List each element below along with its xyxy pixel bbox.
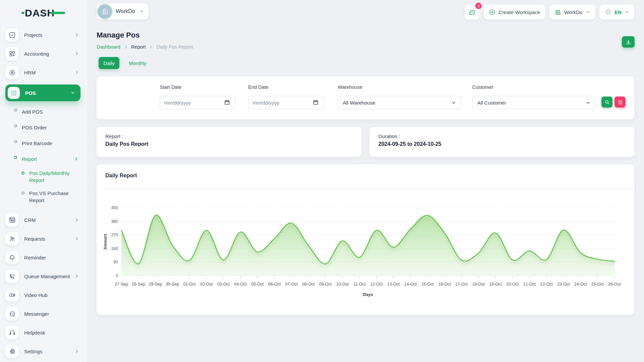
x-axis-tick-label: 14-Oct bbox=[404, 282, 417, 287]
x-axis-tick-label: 30-Sep bbox=[166, 282, 179, 287]
svg-text:DASH: DASH bbox=[25, 7, 55, 18]
y-axis-tick-label: 180 bbox=[111, 246, 118, 251]
chevron-right-icon bbox=[74, 51, 79, 56]
chevron-right-icon bbox=[74, 70, 79, 75]
sidebar-item-label: HRM bbox=[24, 70, 74, 75]
chevron-down-icon bbox=[139, 9, 144, 14]
sidebar-item-video-hub[interactable]: Video Hub bbox=[5, 288, 87, 302]
download-report-button[interactable] bbox=[622, 36, 635, 48]
breadcrumb-report[interactable]: Report bbox=[131, 44, 146, 50]
x-axis-tick-label: 02-Oct bbox=[200, 282, 213, 287]
grid-plus-icon bbox=[555, 9, 561, 15]
chart-area-fill bbox=[121, 215, 614, 276]
crm-icon bbox=[5, 213, 19, 227]
x-axis-tick-label: 24-Oct bbox=[574, 282, 587, 287]
x-axis-tick-label: 01-Oct bbox=[183, 282, 196, 287]
sidebar-item-crm[interactable]: CRM bbox=[5, 213, 87, 227]
pos-icon bbox=[8, 87, 20, 99]
duration-summary-label: Duration : bbox=[378, 133, 626, 139]
bullet-icon bbox=[14, 140, 17, 143]
x-axis-tick-label: 17-Oct bbox=[455, 282, 468, 287]
queue-icon bbox=[5, 269, 19, 283]
sidebar-subitem-label: POS Order bbox=[22, 124, 78, 131]
chat-icon bbox=[469, 9, 476, 16]
sidebar-subitem-pos-daily-monthly-report[interactable]: Pos Daily/Monthly Report bbox=[21, 170, 78, 184]
sidebar-item-messenger[interactable]: Messenger bbox=[5, 307, 87, 320]
warehouse-select-value: All Warehouse bbox=[343, 100, 375, 106]
y-axis-tick-label: 270 bbox=[111, 233, 118, 237]
bullet-icon bbox=[21, 192, 24, 195]
x-axis-tick-label: 27-Sep bbox=[115, 282, 128, 287]
chevron-down-icon bbox=[70, 90, 75, 95]
notification-badge: 0 bbox=[475, 3, 482, 9]
dash-logo[interactable]: DASH bbox=[21, 6, 65, 19]
search-icon bbox=[604, 100, 610, 105]
projects-icon bbox=[5, 28, 19, 42]
x-axis-title: Days bbox=[363, 292, 373, 297]
x-axis-tick-label: 22-Oct bbox=[540, 282, 553, 287]
x-axis-tick-label: 05-Oct bbox=[251, 282, 264, 287]
y-axis-tick-label: 90 bbox=[113, 260, 118, 264]
tab-daily[interactable]: Daily bbox=[99, 57, 119, 69]
warehouse-label: Warehouse bbox=[338, 84, 363, 90]
sidebar-item-reminder[interactable]: Reminder bbox=[5, 251, 87, 264]
warehouse-select[interactable]: All Warehouse bbox=[338, 96, 461, 109]
chevron-down-icon bbox=[586, 101, 590, 105]
y-axis-tick-label: 0 bbox=[116, 274, 118, 278]
create-workspace-label: Create Workspace bbox=[498, 9, 540, 15]
create-workspace-button[interactable]: Create Workspace bbox=[484, 5, 545, 19]
y-axis-tick-label: 360 bbox=[111, 219, 118, 224]
reset-filter-button[interactable] bbox=[614, 97, 626, 108]
download-icon bbox=[626, 39, 631, 45]
x-axis-tick-label: 18-Oct bbox=[472, 282, 485, 287]
sidebar-item-queue-management[interactable]: Queue Management bbox=[5, 269, 87, 283]
sidebar-subitem-report[interactable]: Report bbox=[14, 154, 78, 164]
y-axis-title: Amount bbox=[103, 234, 108, 250]
sidebar-item-label: Settings bbox=[24, 349, 74, 354]
language-selector[interactable]: EN bbox=[599, 5, 635, 19]
sidebar-item-accounting[interactable]: Accounting bbox=[5, 47, 87, 60]
sidebar-subitem-pos-vs-purchase-report[interactable]: Pos VS Purchase Report bbox=[21, 190, 78, 204]
sidebar-nav: ProjectsAccountingHRMPOSAdd POSPOS Order… bbox=[0, 28, 87, 362]
x-axis-tick-label: 16-Oct bbox=[438, 282, 451, 287]
breadcrumb-dashboard[interactable]: Dashboard bbox=[97, 44, 120, 50]
topbar-actions: 0 Create Workspace WorkDo EN bbox=[464, 5, 635, 19]
customer-select[interactable]: All Customer bbox=[472, 96, 595, 109]
calendar-icon[interactable] bbox=[224, 99, 230, 107]
x-axis-tick-label: 28-Sep bbox=[132, 282, 145, 287]
calendar-icon[interactable] bbox=[313, 99, 319, 107]
x-axis-tick-label: 09-Oct bbox=[319, 282, 332, 287]
sidebar-subitem-add-pos[interactable]: Add POS bbox=[14, 107, 78, 117]
account-label: WorkDo bbox=[564, 9, 582, 15]
bullet-icon bbox=[14, 156, 17, 159]
sidebar-item-helpdesk[interactable]: Helpdesk bbox=[5, 326, 87, 339]
daily-report-area-chart: 45036027018090027-Sep28-Sep29-Sep30-Sep0… bbox=[97, 189, 634, 314]
sidebar-subitem-print-barcode[interactable]: Print Barcode bbox=[14, 138, 78, 148]
sidebar-item-pos[interactable]: POS bbox=[5, 84, 80, 101]
messages-button[interactable]: 0 bbox=[464, 5, 480, 19]
tab-monthly[interactable]: Monthly bbox=[124, 58, 151, 69]
duration-summary-card: Duration : 2024-09-25 to 2024-10-25 bbox=[370, 127, 635, 157]
breadcrumb: Dashboard Report Daily Pos Report bbox=[97, 44, 193, 50]
bullet-icon bbox=[21, 172, 24, 175]
x-axis-tick-label: 03-Oct bbox=[217, 282, 230, 287]
sidebar-item-projects[interactable]: Projects bbox=[5, 28, 87, 42]
apply-filter-button[interactable] bbox=[601, 97, 612, 108]
x-axis-tick-label: 06-Oct bbox=[268, 282, 281, 287]
sidebar-item-label: POS bbox=[25, 90, 70, 96]
report-mode-tabs: Daily Monthly bbox=[99, 57, 151, 69]
sidebar-item-label: Queue Management bbox=[24, 274, 74, 279]
workspace-selector[interactable]: WorkDo bbox=[97, 3, 149, 19]
x-axis-tick-label: 13-Oct bbox=[387, 282, 400, 287]
sidebar-item-hrm[interactable]: HRM bbox=[5, 66, 87, 79]
account-menu-button[interactable]: WorkDo bbox=[549, 5, 595, 19]
requests-icon bbox=[5, 232, 19, 245]
chevron-right-icon bbox=[74, 33, 79, 37]
sidebar-item-label: Projects bbox=[24, 32, 74, 38]
sidebar-subitem-pos-order[interactable]: POS Order bbox=[14, 122, 78, 132]
chevron-right-icon bbox=[124, 45, 128, 49]
sidebar-item-settings[interactable]: Settings bbox=[5, 345, 87, 358]
bullet-icon bbox=[14, 109, 17, 112]
sidebar-subitem-label: Pos VS Purchase Report bbox=[29, 190, 78, 204]
sidebar-item-requests[interactable]: Requests bbox=[5, 232, 87, 245]
